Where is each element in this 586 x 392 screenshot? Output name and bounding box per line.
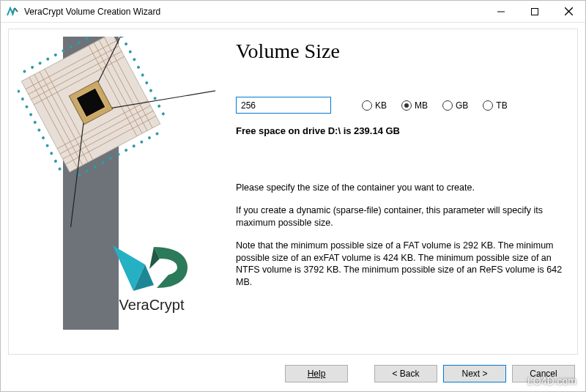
next-button[interactable]: Next >: [443, 365, 506, 382]
wizard-panel: VeraCrypt Volume Size KB MB: [8, 29, 578, 355]
back-button-label: < Back: [392, 369, 419, 379]
wizard-content: Volume Size KB MB: [236, 40, 564, 347]
radio-mb[interactable]: MB: [401, 100, 428, 111]
next-button-label: Next >: [461, 369, 487, 379]
svg-point-23: [132, 144, 136, 148]
window-frame: VeraCrypt Volume Creation Wizard: [0, 0, 586, 392]
svg-point-5: [23, 70, 26, 73]
svg-point-32: [37, 128, 41, 132]
back-button[interactable]: < Back: [374, 365, 437, 382]
svg-point-22: [124, 148, 127, 152]
svg-point-35: [50, 152, 53, 155]
size-row: KB MB GB TB: [236, 97, 564, 114]
wizard-button-row: Help < Back Next > Cancel: [285, 365, 575, 382]
svg-point-34: [45, 144, 49, 147]
svg-point-9: [53, 53, 57, 56]
window-title: VeraCrypt Volume Creation Wizard: [24, 7, 484, 17]
svg-point-17: [85, 169, 89, 172]
radio-gb-label: GB: [456, 100, 468, 111]
svg-point-27: [18, 89, 21, 93]
svg-point-48: [161, 112, 165, 116]
radio-selected-dot: [404, 103, 409, 108]
svg-point-37: [58, 167, 62, 171]
svg-point-20: [108, 157, 112, 160]
svg-point-10: [62, 49, 65, 53]
radio-tb[interactable]: TB: [483, 100, 507, 111]
description-para-1: Please specify the size of the container…: [236, 182, 564, 194]
help-button[interactable]: Help: [285, 365, 348, 382]
svg-point-30: [29, 113, 32, 117]
radio-kb-label: KB: [375, 100, 387, 111]
svg-point-33: [41, 136, 45, 139]
svg-point-28: [21, 97, 24, 100]
svg-point-16: [78, 173, 81, 177]
volume-size-input[interactable]: [236, 97, 331, 114]
app-icon: [7, 6, 18, 18]
minimize-button[interactable]: [484, 1, 518, 22]
svg-point-21: [116, 152, 120, 156]
svg-point-19: [101, 160, 105, 164]
svg-point-47: [157, 104, 160, 108]
svg-point-26: [155, 132, 159, 136]
radio-kb[interactable]: KB: [362, 100, 387, 111]
veracrypt-logo-text: VeraCrypt: [97, 297, 207, 314]
cancel-button-label: Cancel: [530, 369, 557, 379]
svg-point-44: [145, 81, 149, 84]
svg-point-11: [69, 45, 73, 48]
svg-point-8: [46, 57, 50, 61]
svg-point-25: [147, 136, 151, 139]
svg-point-45: [149, 89, 152, 92]
client-area: VeraCrypt Volume Size KB MB: [1, 23, 585, 391]
radio-mb-label: MB: [415, 100, 428, 111]
svg-point-42: [136, 65, 140, 69]
svg-rect-1: [532, 8, 538, 15]
help-button-label: Help: [308, 369, 326, 379]
svg-point-41: [133, 58, 136, 62]
svg-point-6: [30, 65, 34, 69]
svg-point-13: [85, 37, 89, 40]
svg-point-46: [153, 97, 157, 100]
svg-point-12: [77, 40, 81, 44]
svg-point-24: [140, 140, 144, 144]
description-para-2: If you create a dynamic (sparse-file) co…: [236, 204, 564, 229]
chip-graphic: [18, 37, 215, 227]
svg-point-40: [128, 50, 132, 53]
svg-point-29: [25, 105, 29, 108]
wizard-sidebar-image: VeraCrypt: [18, 37, 215, 330]
close-button[interactable]: [552, 1, 585, 22]
page-heading: Volume Size: [236, 40, 564, 63]
svg-point-39: [124, 42, 127, 45]
svg-point-18: [93, 165, 97, 169]
radio-tb-label: TB: [496, 100, 507, 111]
free-space-label: Free space on drive D:\ is 239.14 GB: [236, 125, 564, 136]
svg-point-7: [38, 62, 42, 65]
description-para-3: Note that the minimum possible size of a…: [236, 240, 564, 289]
veracrypt-logo: VeraCrypt: [97, 243, 207, 314]
radio-gb[interactable]: GB: [442, 100, 468, 111]
maximize-button[interactable]: [518, 1, 552, 22]
size-units-group: KB MB GB TB: [362, 100, 508, 111]
cancel-button[interactable]: Cancel: [512, 365, 575, 382]
titlebar: VeraCrypt Volume Creation Wizard: [1, 1, 585, 23]
svg-point-43: [141, 73, 144, 77]
svg-point-31: [33, 120, 37, 124]
svg-point-36: [53, 159, 57, 163]
